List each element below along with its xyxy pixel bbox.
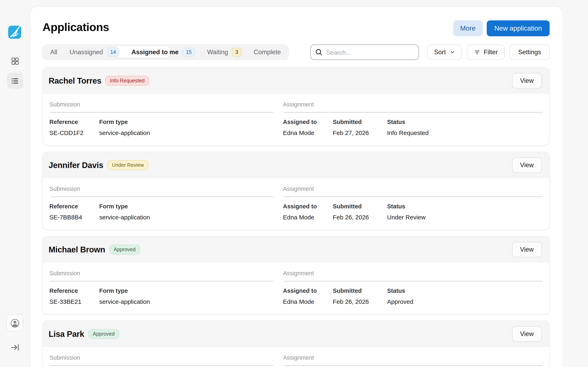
header-actions: More New application [453, 20, 550, 36]
assignment-value-row: Edna ModeFeb 26, 2026Under Review [283, 214, 543, 221]
column-header-status: Status [387, 287, 543, 294]
tab-label: Assigned to me [131, 49, 179, 56]
tab-label: All [50, 49, 57, 56]
column-header-reference: Reference [49, 287, 99, 294]
page-header: Applications More New application [43, 20, 550, 36]
reference-value: SE-CDD1F2 [49, 129, 99, 136]
submitted-value: Feb 27, 2026 [333, 129, 387, 136]
assignment-header-row: Assigned toSubmittedStatus [283, 119, 543, 125]
tab-waiting[interactable]: Waiting3 [207, 45, 242, 59]
view-button[interactable]: View [512, 73, 542, 89]
section-label-submission: Submission [49, 354, 273, 361]
new-application-button[interactable]: New application [486, 20, 550, 36]
assignment-section: AssignmentAssigned toSubmittedStatusEdna… [283, 101, 543, 136]
settings-button[interactable]: Settings [510, 44, 550, 60]
assigned-to-value: Edna Mode [283, 214, 333, 221]
grid-icon [10, 57, 19, 66]
tab-count-badge: 3 [232, 48, 242, 57]
settings-label: Settings [518, 49, 541, 56]
submission-value-row: SE-33BE21service-application [49, 298, 273, 305]
assignment-section: AssignmentAssigned toSubmittedStatusEdna… [283, 185, 543, 221]
logo-a-icon [8, 26, 21, 39]
sidebar [0, 0, 30, 367]
assignment-value-row: Edna ModeFeb 27, 2026Info Requested [283, 129, 543, 136]
reference-value: SE-7BB8B4 [49, 214, 99, 221]
column-header-assigned-to: Assigned to [283, 119, 333, 125]
column-header-status: Status [387, 203, 543, 210]
app-window: Applications More New application AllUna… [0, 0, 588, 367]
tab-count-badge: 14 [107, 48, 119, 57]
sort-button[interactable]: Sort [427, 44, 461, 60]
status-badge: Approved [88, 329, 119, 339]
user-avatar-button[interactable] [6, 314, 23, 332]
sort-label: Sort [434, 49, 446, 56]
section-label-assignment: Assignment [283, 101, 543, 108]
section-label-assignment: Assignment [283, 185, 543, 192]
assigned-to-value: Edna Mode [283, 129, 333, 136]
application-card: Rachel TorresInfo RequestedViewSubmissio… [43, 67, 550, 146]
submission-section: SubmissionReferenceForm typeSE-CDD1F2ser… [49, 101, 273, 136]
assignment-section: AssignmentAssigned toSubmittedStatusEdna… [283, 270, 543, 305]
application-card: Michael BrownApprovedViewSubmissionRefer… [43, 236, 550, 314]
filter-button[interactable]: Filter [467, 44, 505, 60]
application-card: Lisa ParkApprovedViewSubmissionAssignmen… [43, 320, 550, 367]
card-header: Lisa ParkApprovedView [43, 321, 549, 347]
submission-value-row: SE-CDD1F2service-application [49, 129, 273, 136]
tab-label: Complete [254, 49, 281, 56]
column-header-form-type: Form type [99, 287, 273, 294]
sign-out-button[interactable] [10, 342, 20, 352]
card-header: Rachel TorresInfo RequestedView [43, 68, 549, 94]
submission-section: SubmissionReferenceForm typeSE-7BB8B4ser… [49, 185, 273, 221]
assignment-section: Assignment [283, 354, 543, 366]
status-value: Under Review [387, 214, 543, 221]
card-body: SubmissionReferenceForm typeSE-7BB8B4ser… [43, 178, 549, 230]
card-body: SubmissionReferenceForm typeSE-CDD1F2ser… [43, 94, 549, 145]
form-type-value: service-application [99, 214, 273, 221]
status-value: Info Requested [387, 129, 543, 136]
applications-list: Rachel TorresInfo RequestedViewSubmissio… [43, 67, 550, 367]
view-button[interactable]: View [512, 326, 542, 342]
tab-count-badge: 15 [183, 48, 195, 57]
app-logo[interactable] [8, 26, 21, 39]
reference-value: SE-33BE21 [49, 298, 99, 305]
status-badge: Under Review [107, 160, 148, 170]
assignment-value-row: Edna ModeFeb 26, 2026Approved [283, 298, 543, 305]
status-badge: Info Requested [105, 76, 149, 86]
tab-all[interactable]: All [50, 45, 57, 59]
filter-lines-icon [474, 49, 480, 56]
sidebar-item-dashboard[interactable] [7, 55, 23, 67]
column-header-reference: Reference [49, 203, 99, 210]
submission-header-row: ReferenceForm type [49, 287, 273, 294]
more-button[interactable]: More [453, 20, 483, 36]
submission-header-row: ReferenceForm type [49, 119, 273, 125]
filter-label: Filter [484, 49, 498, 56]
tab-label: Unassigned [69, 49, 103, 56]
submission-section: Submission [49, 354, 273, 366]
main-panel: Applications More New application AllUna… [30, 7, 563, 367]
section-label-assignment: Assignment [283, 270, 543, 276]
status-value: Approved [387, 298, 543, 305]
status-badge: Approved [109, 245, 140, 255]
view-button[interactable]: View [512, 242, 542, 257]
column-header-form-type: Form type [99, 119, 273, 125]
search-input[interactable] [310, 44, 419, 60]
list-icon [11, 76, 19, 85]
column-header-submitted: Submitted [333, 287, 387, 294]
sign-out-icon [10, 342, 20, 352]
form-type-value: service-application [99, 298, 273, 305]
column-header-assigned-to: Assigned to [283, 287, 333, 294]
applicant-name: Jennifer Davis [49, 160, 103, 170]
sidebar-item-applications-list[interactable] [7, 73, 23, 89]
form-type-value: service-application [99, 129, 273, 136]
view-button[interactable]: View [512, 157, 542, 173]
page-title: Applications [43, 20, 109, 33]
tab-complete[interactable]: Complete [254, 45, 281, 59]
tab-unassigned[interactable]: Unassigned14 [69, 45, 119, 59]
tab-bar: AllUnassigned14Assigned to me15Waiting3C… [43, 44, 288, 60]
assignment-header-row: Assigned toSubmittedStatus [283, 287, 543, 294]
tab-assigned-to-me[interactable]: Assigned to me15 [131, 45, 195, 59]
column-header-submitted: Submitted [333, 203, 387, 210]
assignment-header-row: Assigned toSubmittedStatus [283, 203, 543, 210]
toolbar: AllUnassigned14Assigned to me15Waiting3C… [43, 44, 550, 60]
section-label-submission: Submission [49, 101, 273, 108]
